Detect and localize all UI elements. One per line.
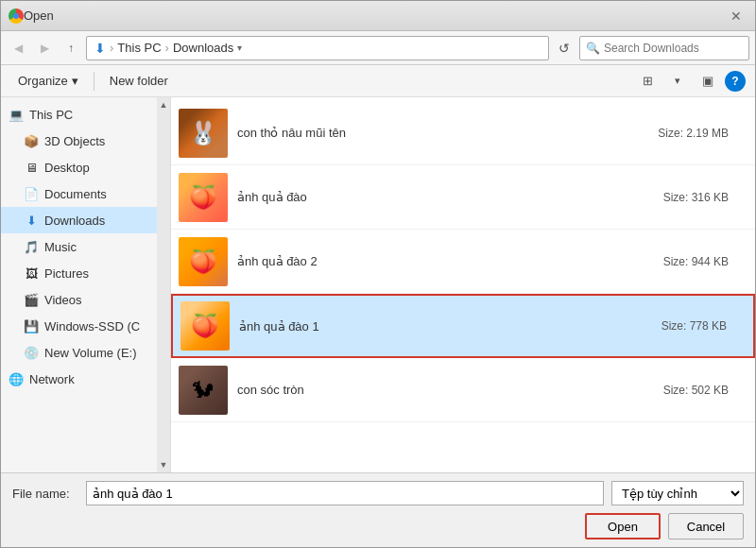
open-dialog: Open ✕ ◀ ▶ ↑ ⬇ › This PC › Downloads ▾ ↺… xyxy=(0,0,756,548)
view-panel-button[interactable]: ▣ xyxy=(695,69,721,94)
cancel-button[interactable]: Cancel xyxy=(668,513,744,539)
address-path[interactable]: ⬇ › This PC › Downloads ▾ xyxy=(86,36,549,60)
file-size-rabbit: Size: 2.19 MB xyxy=(634,127,747,140)
close-button[interactable]: ✕ xyxy=(725,5,747,27)
sidebar-item-videos[interactable]: 🎬 Videos xyxy=(1,286,170,313)
app-icon xyxy=(9,9,24,24)
downloads-icon: ⬇ xyxy=(24,213,39,228)
filetype-select[interactable]: Tệp tùy chỉnh xyxy=(611,481,744,505)
sidebar-label-videos: Videos xyxy=(44,293,82,307)
path-downloads: Downloads xyxy=(173,41,233,55)
file-size-peach: Size: 316 KB xyxy=(634,191,747,204)
sidebar-scroll-down[interactable]: ▼ xyxy=(157,457,170,472)
organize-button[interactable]: Organize ▾ xyxy=(10,69,86,94)
dialog-title: Open xyxy=(24,9,725,23)
documents-icon: 📄 xyxy=(24,186,39,201)
file-name-peach2: ảnh quả đào 2 xyxy=(237,254,634,268)
toolbar-separator xyxy=(94,72,94,91)
buttons-row: Open Cancel xyxy=(12,513,744,539)
sidebar-label-documents: Documents xyxy=(44,187,107,201)
file-thumbnail-rabbit: 🐰 xyxy=(179,109,228,158)
toolbar-right: ⊞ ▾ ▣ ? xyxy=(634,69,746,94)
view-grid-button[interactable]: ⊞ xyxy=(634,69,661,94)
sidebar-label-3d-objects: 3D Objects xyxy=(44,134,105,148)
file-item-inner-peach: ảnh quả đào Size: 316 KB xyxy=(237,190,747,204)
bottom-bar: File name: Tệp tùy chỉnh Open Cancel xyxy=(1,472,755,547)
sidebar-label-network: Network xyxy=(29,372,75,386)
downloads-arrow-icon: ⬇ xyxy=(94,41,106,56)
search-icon: 🔍 xyxy=(586,42,600,55)
network-icon: 🌐 xyxy=(9,371,24,386)
videos-icon: 🎬 xyxy=(24,292,39,307)
file-item-inner-peach1: ảnh quả đào 1 Size: 778 KB xyxy=(239,319,746,334)
search-box[interactable]: 🔍 xyxy=(579,36,749,60)
file-size-peach2: Size: 944 KB xyxy=(634,255,747,268)
new-volume-icon: 💿 xyxy=(24,345,39,360)
sidebar-item-network[interactable]: 🌐 Network xyxy=(1,366,170,392)
sidebar-label-desktop: Desktop xyxy=(44,161,90,175)
windows-ssd-icon: 💾 xyxy=(24,318,39,334)
up-button[interactable]: ↑ xyxy=(60,37,82,60)
3d-objects-icon: 📦 xyxy=(24,133,39,148)
path-this-pc: This PC xyxy=(117,41,161,55)
search-input[interactable] xyxy=(604,42,743,55)
file-name-squirrel: con sóc tròn xyxy=(237,383,634,397)
file-item-peach2[interactable]: 🍑 ảnh quả đào 2 Size: 944 KB xyxy=(171,230,755,294)
file-name-peach: ảnh quả đào xyxy=(237,190,634,204)
file-item-inner-peach2: ảnh quả đào 2 Size: 944 KB xyxy=(237,254,747,268)
this-pc-icon: 💻 xyxy=(9,107,24,122)
open-button[interactable]: Open xyxy=(585,513,661,539)
sidebar-label-music: Music xyxy=(44,240,77,254)
file-item-peach1[interactable]: 🍑 ảnh quả đào 1 Size: 778 KB xyxy=(171,294,755,358)
pictures-icon: 🖼 xyxy=(24,265,39,281)
desktop-icon: 🖥 xyxy=(24,160,39,175)
file-name-rabbit: con thỏ nâu mũi tên xyxy=(237,126,634,140)
sidebar-item-music[interactable]: 🎵 Music xyxy=(1,233,170,260)
file-list: 🐰 con thỏ nâu mũi tên Size: 2.19 MB 🍑 ản… xyxy=(171,97,755,472)
sidebar-item-new-volume[interactable]: 💿 New Volume (E:) xyxy=(1,339,170,366)
new-folder-button[interactable]: New folder xyxy=(102,69,176,94)
sidebar-item-windows-ssd[interactable]: 💾 Windows-SSD (C xyxy=(1,313,170,339)
sidebar-item-this-pc[interactable]: 💻 This PC xyxy=(1,101,170,128)
file-thumbnail-peach1: 🍑 xyxy=(180,301,230,351)
sidebar-label-new-volume: New Volume (E:) xyxy=(44,346,137,360)
file-item-peach[interactable]: 🍑 ảnh quả đào Size: 316 KB xyxy=(171,165,755,230)
file-item-rabbit[interactable]: 🐰 con thỏ nâu mũi tên Size: 2.19 MB xyxy=(171,101,755,165)
refresh-button[interactable]: ↺ xyxy=(553,37,576,60)
sidebar-item-3d-objects[interactable]: 📦 3D Objects xyxy=(1,128,170,154)
main-content: 💻 This PC 📦 3D Objects 🖥 Desktop 📄 Docum… xyxy=(1,97,755,472)
sidebar-scroll-up[interactable]: ▲ xyxy=(157,97,170,112)
sidebar-label-windows-ssd: Windows-SSD (C xyxy=(44,319,140,334)
file-thumbnail-peach: 🍑 xyxy=(179,173,228,222)
sidebar-item-pictures[interactable]: 🖼 Pictures xyxy=(1,260,170,286)
sidebar: 💻 This PC 📦 3D Objects 🖥 Desktop 📄 Docum… xyxy=(1,97,171,472)
help-button[interactable]: ? xyxy=(725,71,746,92)
sidebar-inner: 💻 This PC 📦 3D Objects 🖥 Desktop 📄 Docum… xyxy=(1,97,170,396)
title-bar: Open ✕ xyxy=(1,1,755,31)
sidebar-item-downloads[interactable]: ⬇ Downloads xyxy=(1,207,170,233)
sidebar-label-pictures: Pictures xyxy=(44,266,89,281)
file-size-squirrel: Size: 502 KB xyxy=(634,384,747,397)
file-size-peach1: Size: 778 KB xyxy=(632,319,746,333)
filename-label: File name: xyxy=(12,487,78,501)
file-item-inner-squirrel: con sóc tròn Size: 502 KB xyxy=(237,383,747,397)
sidebar-item-desktop[interactable]: 🖥 Desktop xyxy=(1,154,170,180)
toolbar: Organize ▾ New folder ⊞ ▾ ▣ ? xyxy=(1,65,755,97)
file-item-squirrel[interactable]: 🐿 con sóc tròn Size: 502 KB xyxy=(171,358,755,422)
file-thumbnail-peach2: 🍑 xyxy=(179,237,228,286)
file-name-peach1: ảnh quả đào 1 xyxy=(239,319,632,334)
address-bar: ◀ ▶ ↑ ⬇ › This PC › Downloads ▾ ↺ 🔍 xyxy=(1,31,755,65)
file-item-inner-rabbit: con thỏ nâu mũi tên Size: 2.19 MB xyxy=(237,126,747,140)
back-button[interactable]: ◀ xyxy=(7,37,29,60)
view-details-dropdown[interactable]: ▾ xyxy=(664,69,691,94)
sidebar-label-this-pc: This PC xyxy=(29,108,73,122)
file-thumbnail-squirrel: 🐿 xyxy=(179,366,228,415)
forward-button[interactable]: ▶ xyxy=(33,37,56,60)
music-icon: 🎵 xyxy=(24,239,39,254)
filename-input[interactable] xyxy=(86,481,604,505)
filename-row: File name: Tệp tùy chỉnh xyxy=(12,481,744,505)
path-dropdown-arrow[interactable]: ▾ xyxy=(237,43,242,53)
sidebar-label-downloads: Downloads xyxy=(44,214,105,228)
sidebar-item-documents[interactable]: 📄 Documents xyxy=(1,180,170,207)
